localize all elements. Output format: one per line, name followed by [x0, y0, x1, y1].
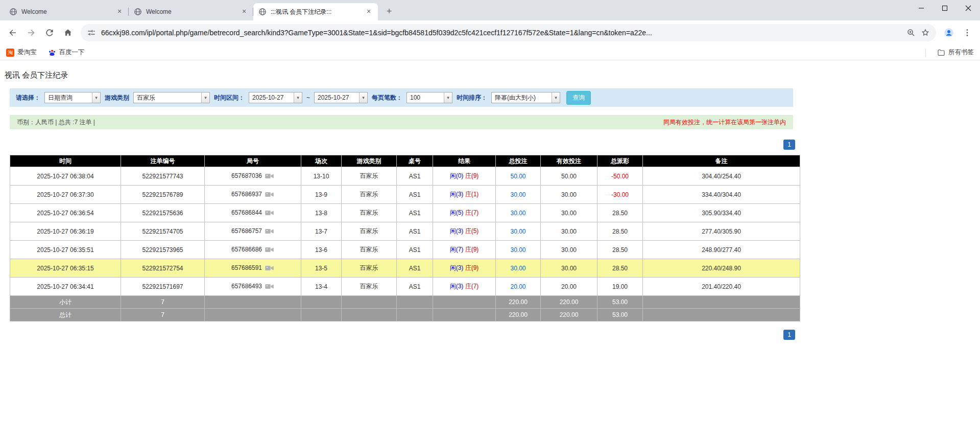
zoom-icon[interactable] — [906, 28, 916, 37]
page-title: 视讯 会员下注纪录 — [5, 71, 795, 80]
date-to-value: 2025-10-27 — [315, 94, 359, 101]
cell-round: 657686844 — [205, 204, 301, 222]
table-row[interactable]: 2025-10-27 06:36:19 522921574705 6576867… — [10, 222, 800, 241]
date-range-separator: ~ — [306, 94, 310, 101]
round-number: 657686844 — [231, 209, 262, 216]
cell-payout: 19.00 — [597, 278, 643, 296]
reload-button[interactable] — [41, 24, 58, 41]
table-row[interactable]: 2025-10-27 06:35:15 522921572754 6576865… — [10, 259, 800, 278]
sort-select[interactable]: 降幂(由大到小) ▾ — [491, 92, 560, 103]
tab-welcome-2[interactable]: Welcome × — [129, 3, 253, 20]
cell-order-id: 522921571697 — [121, 278, 205, 296]
table-row[interactable]: 2025-10-27 06:36:54 522921575636 6576868… — [10, 204, 800, 222]
filter-label-game-type: 游戏类别 — [105, 94, 129, 102]
cell-session: 13-9 — [301, 186, 342, 204]
cell-note: 220.40/248.90 — [643, 259, 800, 278]
bookmark-label: 爱淘宝 — [17, 48, 37, 57]
camera-icon[interactable] — [265, 209, 274, 217]
per-page-value: 100 — [407, 94, 444, 101]
cell-time: 2025-10-27 06:35:51 — [10, 241, 121, 259]
bookmark-star-icon[interactable] — [921, 28, 930, 37]
back-button[interactable] — [4, 24, 21, 41]
tab-close-icon[interactable]: × — [240, 8, 248, 16]
camera-icon[interactable] — [265, 246, 274, 254]
date-to-select[interactable]: 2025-10-27 ▾ — [314, 92, 368, 103]
bookmarks-separator — [925, 49, 926, 57]
site-info-icon[interactable] — [87, 28, 96, 37]
subtotal-payout: 53.00 — [597, 296, 643, 309]
cell-valid-bet: 30.00 — [541, 241, 597, 259]
chevron-down-icon: ▾ — [552, 93, 560, 103]
maximize-button[interactable] — [933, 0, 957, 16]
table-row[interactable]: 2025-10-27 06:37:30 522921576789 6576869… — [10, 186, 800, 204]
page-1-button[interactable]: 1 — [783, 330, 795, 340]
all-bookmarks-button[interactable]: 所有书签 — [937, 48, 974, 57]
tab-close-icon[interactable]: × — [115, 8, 124, 16]
menu-kebab-icon[interactable] — [959, 24, 976, 41]
date-from-select[interactable]: 2025-10-27 ▾ — [249, 92, 302, 103]
camera-icon[interactable] — [265, 283, 274, 290]
cell-order-id: 522921573965 — [121, 241, 205, 259]
camera-icon[interactable] — [265, 264, 274, 272]
cell-session: 13-7 — [301, 222, 342, 241]
tab-close-icon[interactable]: × — [365, 8, 373, 16]
filter-label-per-page: 每页笔数： — [372, 94, 402, 102]
home-button[interactable] — [59, 24, 77, 41]
tab-strip: Welcome × Welcome × :::视讯 会员下注纪录::: × + — [0, 0, 980, 20]
camera-icon[interactable] — [265, 172, 274, 180]
cell-order-id: 522921576789 — [121, 186, 205, 204]
cell-empty — [342, 309, 397, 321]
filter-label-query-type: 请选择： — [16, 94, 40, 102]
tab-title: Welcome — [21, 8, 111, 15]
round-number: 657686686 — [231, 246, 262, 253]
cell-game-type: 百家乐 — [342, 204, 397, 222]
url-text[interactable]: 66cxkj98.com/ipl/portal.php/game/betreco… — [101, 29, 901, 37]
query-type-select[interactable]: 日期查询 ▾ — [44, 92, 101, 103]
globe-icon — [134, 8, 142, 16]
total-valid-bet: 220.00 — [541, 309, 597, 321]
close-button[interactable] — [957, 0, 980, 16]
cell-note: 304.40/254.40 — [643, 167, 800, 186]
cell-table-no: AS1 — [397, 278, 433, 296]
per-page-select[interactable]: 100 ▾ — [407, 92, 452, 103]
cell-table-no: AS1 — [397, 186, 433, 204]
address-bar[interactable]: 66cxkj98.com/ipl/portal.php/game/betreco… — [81, 24, 936, 41]
result-player: 闲(7) — [450, 246, 464, 253]
search-button[interactable]: 查询 — [566, 91, 591, 105]
cell-payout: -30.00 — [597, 186, 643, 204]
profile-avatar-icon[interactable] — [940, 24, 958, 41]
subtotal-row: 小计 7 220.00 220.00 53.00 — [10, 296, 800, 309]
tab-bet-records-active[interactable]: :::视讯 会员下注纪录::: × — [253, 3, 378, 20]
camera-icon[interactable] — [265, 191, 274, 198]
header-table-no: 桌号 — [397, 155, 433, 167]
camera-icon[interactable] — [265, 227, 274, 235]
tab-welcome-1[interactable]: Welcome × — [4, 3, 129, 20]
bookmark-baidu[interactable]: 百度一下 — [48, 48, 85, 57]
header-session: 场次 — [301, 155, 342, 167]
cell-total-bet[interactable]: 30.00 — [496, 259, 541, 278]
cell-total-bet[interactable]: 30.00 — [496, 204, 541, 222]
new-tab-button[interactable]: + — [382, 4, 396, 18]
cell-total-bet[interactable]: 50.00 — [496, 167, 541, 186]
minimize-button[interactable] — [910, 0, 933, 16]
chevron-down-icon: ▾ — [359, 93, 367, 103]
header-valid-bet: 有效投注 — [541, 155, 597, 167]
cell-empty — [643, 309, 800, 321]
cell-valid-bet: 30.00 — [541, 186, 597, 204]
all-bookmarks-label: 所有书签 — [948, 48, 974, 57]
cell-total-bet[interactable]: 30.00 — [496, 222, 541, 241]
cell-session: 13-4 — [301, 278, 342, 296]
cell-total-bet[interactable]: 30.00 — [496, 186, 541, 204]
sort-value: 降幂(由大到小) — [492, 94, 552, 102]
table-row[interactable]: 2025-10-27 06:34:41 522921571697 6576864… — [10, 278, 800, 296]
page-1-button[interactable]: 1 — [783, 140, 795, 150]
cell-total-bet[interactable]: 20.00 — [496, 278, 541, 296]
table-row[interactable]: 2025-10-27 06:35:51 522921573965 6576866… — [10, 241, 800, 259]
summary-currency-count: 币别：人民币 | 总共 :7 注单 | — [17, 118, 95, 127]
cell-round: 657686937 — [205, 186, 301, 204]
table-row[interactable]: 2025-10-27 06:38:04 522921577743 6576870… — [10, 167, 800, 186]
cell-total-bet[interactable]: 30.00 — [496, 241, 541, 259]
bookmark-aitaobao[interactable]: 淘 爱淘宝 — [6, 48, 37, 57]
forward-button[interactable] — [22, 24, 40, 41]
game-type-select[interactable]: 百家乐 ▾ — [133, 92, 210, 103]
